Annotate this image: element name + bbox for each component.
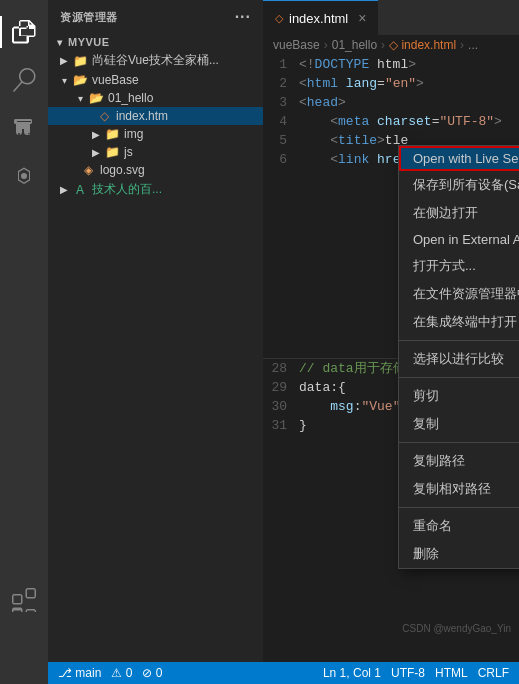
menu-label-open-terminal: 在集成终端中打开 [413, 313, 517, 331]
files-icon[interactable] [0, 8, 48, 56]
status-position[interactable]: Ln 1, Col 1 [323, 666, 381, 680]
tech-icon: A [72, 183, 88, 197]
menu-item-open-external[interactable]: Open in External App [399, 227, 519, 252]
tab-bar: ◇ index.html × [263, 0, 519, 35]
breadcrumb-sep2: › [381, 38, 385, 52]
menu-label-open-with: 打开方式... [413, 257, 476, 275]
line-numbers: 1 2 3 4 5 6 [263, 55, 299, 358]
menu-label-open-live-server: Open with Live Server [413, 151, 519, 166]
run-activity-icon[interactable] [0, 152, 48, 200]
tree-root[interactable]: ▾ MYVUE [48, 34, 263, 50]
menu-item-open-terminal[interactable]: 在集成终端中打开 [399, 308, 519, 336]
shanggui-label: 尚硅谷Vue技术全家桶... [92, 52, 263, 69]
file-svg-icon: ◈ [80, 163, 96, 177]
menu-item-save-all[interactable]: 保存到所有设备(Save) Ctrl+Shift+S [399, 171, 519, 199]
breadcrumb-ellipsis: ... [468, 38, 478, 52]
menu-item-show-explorer[interactable]: 在文件资源管理器中显示 Shift+Alt+R [399, 280, 519, 308]
menu-item-copy[interactable]: 复制 Ctrl+C [399, 410, 519, 438]
menu-item-compare[interactable]: 选择以进行比较 [399, 345, 519, 373]
menu-item-copy-path[interactable]: 复制路径 Shift+Alt+C [399, 447, 519, 475]
activity-bar [0, 0, 48, 684]
editor-pane: ◇ index.html × vueBase › 01_hello › ◇ in… [263, 0, 519, 662]
logo-label: logo.svg [100, 163, 263, 177]
folder-icon-vuebase: 📂 [72, 73, 88, 87]
breadcrumb-sep1: › [324, 38, 328, 52]
01hello-arrow: ▾ [72, 93, 88, 104]
tab-label: index.html [289, 11, 348, 26]
menu-item-rename[interactable]: 重命名 F2 [399, 512, 519, 540]
menu-label-copy: 复制 [413, 415, 439, 433]
menu-item-cut[interactable]: 剪切 Ctrl+X [399, 382, 519, 410]
search-activity-icon[interactable] [0, 56, 48, 104]
breadcrumb-index-html: ◇ index.html [389, 38, 456, 52]
menu-item-copy-relative[interactable]: 复制相对路径 Ctrl+K Ctrl+Shift+C [399, 475, 519, 503]
menu-label-save-all: 保存到所有设备(Save) [413, 176, 519, 194]
01hello-label: 01_hello [108, 91, 263, 105]
menu-sep-3 [399, 442, 519, 443]
menu-item-open-live-server[interactable]: Open with Live Server Alt+L Alt+O [399, 146, 519, 171]
breadcrumb-vuebase: vueBase [273, 38, 320, 52]
js-label: js [124, 145, 263, 159]
menu-item-delete[interactable]: 删除 Delete [399, 540, 519, 568]
status-bar-left: ⎇ main ⚠ 0 ⊘ 0 [58, 666, 162, 680]
sidebar: 资源管理器 ··· ▾ MYVUE ▶ 📁 尚硅谷Vue技术全家桶... ▾ 📂… [48, 0, 263, 662]
menu-sep-1 [399, 340, 519, 341]
js-arrow: ▶ [88, 147, 104, 158]
sidebar-item-js[interactable]: ▶ 📁 js [48, 143, 263, 161]
vuebase-label: vueBase [92, 73, 263, 87]
editor-area: 资源管理器 ··· ▾ MYVUE ▶ 📁 尚硅谷Vue技术全家桶... ▾ 📂… [48, 0, 519, 662]
code-line-3: <head> [299, 93, 515, 112]
code-line-2: <html lang="en"> [299, 74, 515, 93]
tab-close-button[interactable]: × [358, 10, 366, 26]
breadcrumb-01hello: 01_hello [332, 38, 377, 52]
watermark-text: CSDN @wendyGao_Yin [402, 623, 511, 634]
menu-sep-2 [399, 377, 519, 378]
context-menu: Open with Live Server Alt+L Alt+O 保存到所有设… [398, 145, 519, 569]
menu-item-open-side[interactable]: 在侧边打开 Ctrl+Enter [399, 199, 519, 227]
img-label: img [124, 127, 263, 141]
vuebase-arrow: ▾ [56, 75, 72, 86]
folder-icon-01hello: 📂 [88, 91, 104, 105]
sidebar-more-button[interactable]: ··· [235, 8, 251, 26]
sidebar-item-shanggui[interactable]: ▶ 📁 尚硅谷Vue技术全家桶... [48, 50, 263, 71]
status-bar-right: Ln 1, Col 1 UTF-8 HTML CRLF [323, 666, 509, 680]
menu-item-open-with[interactable]: 打开方式... [399, 252, 519, 280]
folder-icon-img: 📁 [104, 127, 120, 141]
root-label: MYVUE [68, 36, 263, 48]
menu-sep-4 [399, 507, 519, 508]
extensions-activity-icon[interactable] [0, 576, 48, 624]
menu-label-copy-path: 复制路径 [413, 452, 465, 470]
sidebar-item-01hello[interactable]: ▾ 📂 01_hello [48, 89, 263, 107]
tech-arrow: ▶ [56, 184, 72, 195]
sidebar-item-img[interactable]: ▶ 📁 img [48, 125, 263, 143]
status-errors: ⊘ 0 [142, 666, 162, 680]
code-line-1: <!DOCTYPE html> [299, 55, 515, 74]
tab-html-icon: ◇ [275, 12, 283, 25]
folder-icon-js: 📁 [104, 145, 120, 159]
tab-index-html[interactable]: ◇ index.html × [263, 0, 378, 35]
file-html-icon: ◇ [96, 109, 112, 123]
menu-label-delete: 删除 [413, 545, 439, 563]
root-arrow: ▾ [52, 37, 68, 48]
sidebar-title: 资源管理器 [60, 10, 118, 25]
source-control-activity-icon[interactable] [0, 104, 48, 152]
sidebar-item-tech[interactable]: ▶ A 技术人的百... [48, 179, 263, 200]
bottom-line-numbers: 28 29 30 31 [263, 359, 299, 662]
menu-label-open-side: 在侧边打开 [413, 204, 478, 222]
sidebar-header: 资源管理器 ··· [48, 0, 263, 34]
menu-label-copy-relative: 复制相对路径 [413, 480, 491, 498]
status-encoding[interactable]: UTF-8 [391, 666, 425, 680]
sidebar-item-vuebase[interactable]: ▾ 📂 vueBase [48, 71, 263, 89]
breadcrumb-sep3: › [460, 38, 464, 52]
status-bar: ⎇ main ⚠ 0 ⊘ 0 Ln 1, Col 1 UTF-8 HTML CR… [48, 662, 519, 684]
status-branch[interactable]: ⎇ main [58, 666, 101, 680]
status-lang[interactable]: HTML [435, 666, 468, 680]
status-eol[interactable]: CRLF [478, 666, 509, 680]
shanggui-arrow: ▶ [56, 55, 72, 66]
menu-label-open-external: Open in External App [413, 232, 519, 247]
breadcrumb: vueBase › 01_hello › ◇ index.html › ... [263, 35, 519, 55]
sidebar-item-index-html[interactable]: ◇ index.htm [48, 107, 263, 125]
sidebar-item-logo-svg[interactable]: ◈ logo.svg [48, 161, 263, 179]
folder-icon-shanggui: 📁 [72, 54, 88, 68]
code-line-4: <meta charset="UTF-8"> [299, 112, 515, 131]
